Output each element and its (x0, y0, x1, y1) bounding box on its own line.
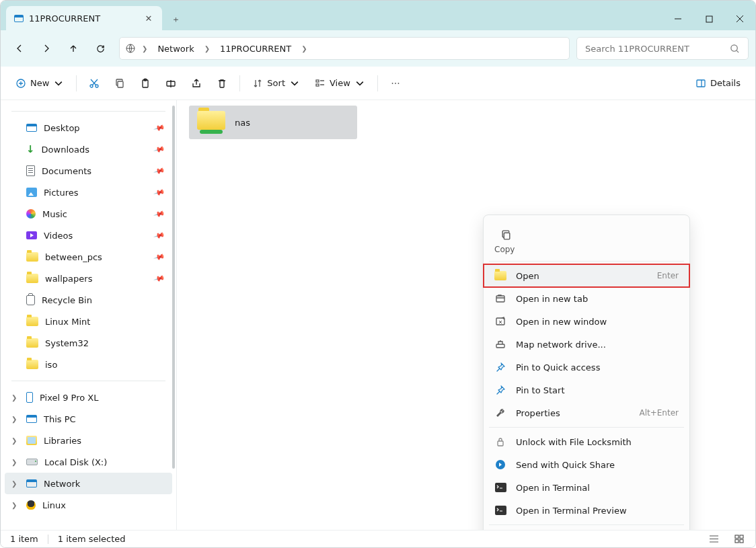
refresh-button[interactable] (88, 36, 112, 61)
close-tab-icon[interactable]: ✕ (143, 13, 154, 24)
sidebar-item-recycle-bin[interactable]: Recycle Bin (5, 289, 172, 311)
context-copy-button[interactable] (494, 223, 517, 246)
folder-icon (26, 252, 38, 262)
expand-icon[interactable]: ❯ (11, 502, 17, 509)
lock-icon (494, 436, 506, 448)
expand-icon[interactable]: ❯ (11, 394, 17, 401)
context-open[interactable]: OpenEnter (484, 264, 689, 287)
context-item-label: Properties (516, 408, 630, 418)
expand-icon[interactable]: ❯ (11, 437, 17, 444)
sidebar-item-pixel-9-pro-xl[interactable]: ❯Pixel 9 Pro XL (5, 387, 172, 408)
up-button[interactable] (61, 36, 85, 61)
svg-rect-20 (496, 296, 504, 302)
context-unlock-with-file-locksmith[interactable]: Unlock with File Locksmith (484, 430, 689, 453)
context-open-in-new-tab[interactable]: Open in new tab (484, 287, 689, 310)
context-item-label: Send with Quick Share (516, 460, 679, 470)
map-icon (494, 338, 506, 350)
new-tab-button[interactable]: ＋ (165, 9, 186, 30)
folder-item-nas[interactable]: nas (189, 106, 357, 139)
context-send-with-quick-share[interactable]: Send with Quick Share (484, 453, 689, 476)
expand-icon[interactable]: ❯ (11, 480, 17, 487)
pin-icon (494, 361, 506, 373)
context-pin-to-quick-access[interactable]: Pin to Quick access (484, 356, 689, 379)
view-button[interactable]: View (308, 72, 372, 95)
close-window-button[interactable] (724, 7, 755, 30)
sidebar-item-between-pcs[interactable]: between_pcs📌 (5, 246, 172, 268)
command-bar: New Sort View Details (1, 67, 755, 100)
sidebar-item-label: System32 (45, 338, 89, 348)
chevron-right-icon[interactable]: ❯ (202, 45, 212, 52)
copy-button[interactable] (108, 72, 132, 95)
content-area[interactable]: nas Copy OpenEnterOpen in new tabOpen in… (177, 100, 755, 548)
sidebar-item-network[interactable]: ❯Network (5, 473, 172, 494)
expand-icon[interactable]: ❯ (11, 459, 17, 466)
sidebar-item-desktop[interactable]: Desktop📌 (5, 117, 172, 139)
list-view-button[interactable] (707, 533, 720, 545)
context-open-in-new-window[interactable]: Open in new window (484, 310, 689, 333)
new-button[interactable]: New (9, 72, 71, 95)
context-item-label: Pin to Quick access (516, 362, 679, 373)
pin-icon: 📌 (153, 165, 166, 177)
chevron-right-icon[interactable]: ❯ (299, 45, 309, 52)
sidebar-item-system32[interactable]: System32 (5, 332, 172, 354)
sidebar-item-downloads[interactable]: ↓Downloads📌 (5, 139, 172, 160)
context-item-label: Open in Terminal Preview (516, 506, 679, 516)
details-label: Details (710, 78, 741, 88)
context-properties[interactable]: PropertiesAlt+Enter (484, 401, 689, 424)
sidebar-item-music[interactable]: Music📌 (5, 203, 172, 225)
sidebar-item-pictures[interactable]: Pictures📌 (5, 182, 172, 203)
disk-icon (26, 459, 38, 465)
sidebar-item-documents[interactable]: Documents📌 (5, 160, 172, 182)
sidebar-item-this-pc[interactable]: ❯This PC (5, 408, 172, 430)
breadcrumb-network[interactable]: Network (153, 41, 198, 56)
breadcrumb-current[interactable]: 11PROCURRENT (216, 41, 295, 56)
sidebar-item-linux-mint[interactable]: Linux Mint (5, 311, 172, 332)
sidebar-scrollbar[interactable] (172, 106, 175, 546)
sidebar-item-wallpapers[interactable]: wallpapers📌 (5, 268, 172, 289)
window-tab[interactable]: 11PROCURRENT ✕ (6, 6, 162, 30)
context-item-label: Open in Terminal (516, 483, 679, 493)
sidebar-item-linux[interactable]: ❯Linux (5, 494, 172, 516)
view-icon (315, 78, 326, 89)
cut-button[interactable] (82, 72, 106, 95)
forward-button[interactable] (34, 36, 59, 61)
svg-point-5 (731, 44, 737, 50)
rename-button[interactable] (159, 72, 183, 95)
phone-icon (26, 392, 33, 403)
term-icon (494, 504, 506, 516)
context-pin-to-start[interactable]: Pin to Start (484, 379, 689, 401)
new-label: New (30, 78, 49, 88)
location-bar: ❯ Network ❯ 11PROCURRENT ❯ (1, 30, 755, 67)
copy-icon (500, 229, 512, 241)
sidebar-item-iso[interactable]: iso (5, 354, 172, 375)
context-open-in-terminal[interactable]: Open in Terminal (484, 476, 689, 499)
search-box[interactable] (576, 37, 749, 60)
paste-button[interactable] (133, 72, 157, 95)
sidebar-item-local-disk-x-[interactable]: ❯Local Disk (X:) (5, 451, 172, 473)
sidebar-item-label: Linux (42, 500, 66, 510)
share-button[interactable] (184, 72, 209, 95)
delete-button[interactable] (210, 72, 234, 95)
back-button[interactable] (7, 36, 32, 61)
details-pane-button[interactable]: Details (689, 72, 747, 95)
minimize-button[interactable] (663, 7, 693, 30)
svg-rect-18 (697, 80, 705, 87)
svg-point-17 (398, 83, 399, 84)
search-input[interactable] (585, 44, 730, 54)
status-selected-count: 1 item selected (58, 534, 126, 544)
context-map-network-drive-[interactable]: Map network drive... (484, 333, 689, 356)
status-bar: 1 item 1 item selected (1, 530, 755, 547)
grid-view-button[interactable] (732, 533, 746, 545)
context-item-label: Map network drive... (516, 340, 679, 350)
chevron-right-icon[interactable]: ❯ (140, 45, 149, 52)
sort-button[interactable]: Sort (245, 72, 307, 95)
sidebar-item-videos[interactable]: Videos📌 (5, 225, 172, 246)
context-open-in-terminal-preview[interactable]: Open in Terminal Preview (484, 499, 689, 522)
maximize-button[interactable] (693, 7, 724, 30)
tab-icon (494, 292, 506, 305)
pin-icon: 📌 (153, 272, 166, 284)
expand-icon[interactable]: ❯ (11, 416, 17, 423)
sidebar-item-libraries[interactable]: ❯Libraries (5, 430, 172, 451)
more-button[interactable] (383, 72, 408, 95)
address-bar[interactable]: ❯ Network ❯ 11PROCURRENT ❯ (119, 37, 570, 60)
